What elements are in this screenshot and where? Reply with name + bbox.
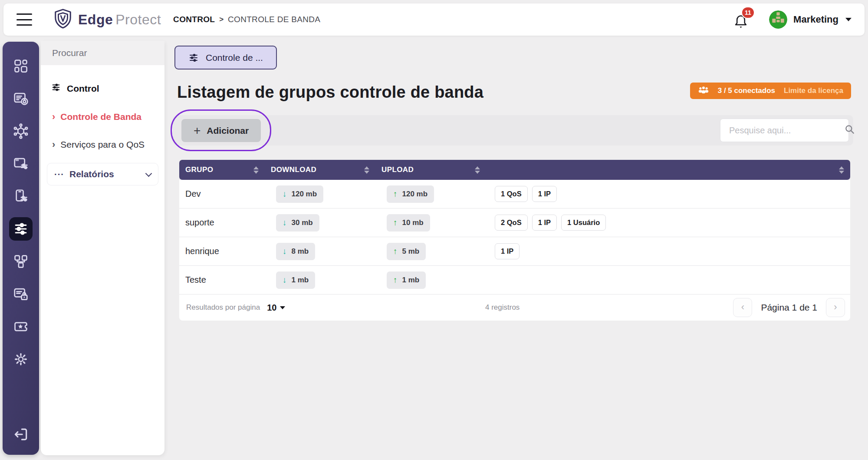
add-button[interactable]: + Adicionar bbox=[181, 119, 261, 142]
per-page-label: Resultados por página bbox=[186, 303, 260, 312]
license-badge[interactable]: 3 / 5 conectados Limite da licença bbox=[690, 83, 851, 99]
group-cell: henrique bbox=[179, 246, 265, 256]
table-footer: Resultados por página 10 4 registros ‹ P… bbox=[179, 295, 850, 321]
table-row[interactable]: Dev ↓ 120 mb ↑ 120 mb 1 QoS1 IP bbox=[179, 180, 850, 208]
sidebar-item-label: Controle de Banda bbox=[60, 112, 141, 122]
rail-window-lock-icon[interactable] bbox=[3, 278, 39, 310]
table-search[interactable] bbox=[720, 119, 849, 142]
brand-name: EdgeProtect bbox=[78, 12, 161, 28]
pagination: ‹ Página 1 de 1 › bbox=[733, 298, 845, 317]
nav-rail bbox=[3, 42, 39, 455]
rail-settings-gear-icon[interactable] bbox=[3, 343, 39, 375]
column-header-extra[interactable] bbox=[486, 166, 850, 174]
sort-icon[interactable] bbox=[364, 166, 369, 174]
sidebar-search-input[interactable] bbox=[52, 48, 153, 58]
sidebar-item-relatorios[interactable]: ··· Relatórios bbox=[47, 163, 158, 185]
ellipsis-icon: ··· bbox=[54, 169, 64, 179]
download-pill-value: 8 mb bbox=[292, 247, 309, 256]
download-pill-value: 1 mb bbox=[292, 276, 309, 285]
sidebar-item-controle-de-banda[interactable]: › Controle de Banda bbox=[51, 112, 154, 122]
brand-logo[interactable]: EdgeProtect bbox=[53, 8, 161, 31]
download-arrow-icon: ↓ bbox=[283, 247, 287, 256]
rail-license-ticket-icon[interactable] bbox=[3, 310, 39, 343]
main-content: Controle de ... Listagem de grupos contr… bbox=[171, 41, 855, 460]
search-icon bbox=[844, 124, 855, 137]
sidebar-search[interactable] bbox=[41, 41, 164, 65]
download-pill-value: 30 mb bbox=[292, 218, 313, 227]
table-search-input[interactable] bbox=[729, 126, 844, 136]
sidebar-item-label: Relatórios bbox=[69, 169, 114, 179]
table-header-row: GRUPO DOWNLOAD UPLOAD bbox=[179, 160, 850, 180]
user-menu-caret-icon[interactable] bbox=[845, 18, 852, 21]
hamburger-menu-icon[interactable] bbox=[16, 13, 32, 26]
sort-icon[interactable] bbox=[839, 166, 844, 174]
count-badge: 1 QoS bbox=[495, 186, 528, 202]
count-badge: 1 IP bbox=[495, 243, 519, 259]
rail-reports-fire-icon[interactable] bbox=[3, 82, 39, 115]
table-body: Dev ↓ 120 mb ↑ 120 mb 1 QoS1 IP suporte … bbox=[179, 180, 850, 295]
rail-topology-icon[interactable] bbox=[3, 245, 39, 278]
download-pill-value: 120 mb bbox=[292, 190, 317, 199]
rail-device-sliders-icon[interactable] bbox=[3, 180, 39, 212]
user-name[interactable]: Marketing bbox=[793, 14, 838, 25]
upload-pill: ↑ 120 mb bbox=[387, 185, 434, 203]
count-badge: 1 Usuário bbox=[561, 215, 606, 231]
column-header-download[interactable]: DOWNLOAD bbox=[265, 165, 375, 174]
sidebar-item-servicos-qos[interactable]: › Serviços para o QoS bbox=[51, 139, 154, 150]
group-cell: Dev bbox=[179, 189, 265, 199]
group-cell: suporte bbox=[179, 218, 265, 228]
sidebar: Control › Controle de Banda › Serviços p… bbox=[41, 41, 164, 455]
column-header-upload[interactable]: UPLOAD bbox=[375, 165, 486, 174]
rail-dashboard-icon[interactable] bbox=[3, 50, 39, 82]
breadcrumb-root[interactable]: CONTROL bbox=[173, 15, 215, 24]
download-pill: ↓ 120 mb bbox=[276, 185, 323, 203]
badges-cell: 2 QoS1 IP1 Usuário bbox=[486, 215, 850, 231]
column-header-grupo[interactable]: GRUPO bbox=[179, 165, 265, 174]
download-arrow-icon: ↓ bbox=[283, 218, 287, 228]
upload-pill-value: 1 mb bbox=[402, 276, 420, 285]
download-pill: ↓ 8 mb bbox=[276, 243, 315, 260]
active-nav-highlight bbox=[9, 217, 33, 241]
rail-window-sliders-icon[interactable] bbox=[3, 147, 39, 180]
caret-down-icon bbox=[280, 306, 285, 309]
upload-pill-value: 10 mb bbox=[402, 218, 424, 227]
download-arrow-icon: ↓ bbox=[283, 189, 287, 199]
avatar[interactable] bbox=[769, 10, 787, 29]
groups-table: GRUPO DOWNLOAD UPLOAD Dev ↓ 120 mb bbox=[179, 160, 850, 321]
license-connected-count: 3 / 5 conectados bbox=[718, 86, 775, 95]
table-row[interactable]: Teste ↓ 1 mb ↑ 1 mb bbox=[179, 266, 850, 295]
rail-bandwidth-sliders-active[interactable] bbox=[3, 212, 39, 245]
column-label: UPLOAD bbox=[381, 165, 414, 174]
chevron-right-icon: › bbox=[52, 140, 55, 149]
upload-arrow-icon: ↑ bbox=[393, 218, 398, 228]
breadcrumb: CONTROL > CONTROLE DE BANDA bbox=[173, 15, 320, 24]
chevron-right-icon: › bbox=[52, 112, 55, 122]
upload-arrow-icon: ↑ bbox=[393, 275, 398, 285]
upload-pill: ↑ 1 mb bbox=[387, 271, 426, 289]
per-page-value: 10 bbox=[267, 303, 276, 313]
count-badge: 2 QoS bbox=[495, 215, 528, 231]
license-limit-label: Limite da licença bbox=[784, 86, 843, 95]
table-toolbar: + Adicionar bbox=[173, 115, 853, 146]
next-page-button[interactable]: › bbox=[826, 298, 845, 317]
column-label: GRUPO bbox=[185, 165, 213, 174]
notifications-button[interactable]: 11 bbox=[733, 10, 751, 29]
sort-icon[interactable] bbox=[253, 166, 259, 174]
per-page-select[interactable]: 10 bbox=[267, 303, 285, 313]
rail-network-hub-icon[interactable] bbox=[3, 115, 39, 147]
sort-icon[interactable] bbox=[475, 166, 480, 174]
sidebar-section-control[interactable]: Control bbox=[51, 83, 154, 94]
add-button-label: Adicionar bbox=[207, 126, 249, 136]
users-icon bbox=[698, 86, 709, 96]
app-header: EdgeProtect CONTROL > CONTROLE DE BANDA … bbox=[3, 3, 865, 36]
table-row[interactable]: suporte ↓ 30 mb ↑ 10 mb 2 QoS1 IP1 Usuár… bbox=[179, 208, 850, 237]
sidebar-section-label: Control bbox=[67, 83, 99, 94]
shield-logo-icon bbox=[53, 8, 73, 31]
rail-logout-icon[interactable] bbox=[3, 418, 39, 450]
records-count: 4 registros bbox=[485, 303, 519, 312]
table-row[interactable]: henrique ↓ 8 mb ↑ 5 mb 1 IP bbox=[179, 237, 850, 266]
tab-label: Controle de ... bbox=[206, 53, 263, 63]
tab-controle-de-banda[interactable]: Controle de ... bbox=[174, 46, 277, 69]
count-badge: 1 IP bbox=[532, 186, 557, 202]
prev-page-button[interactable]: ‹ bbox=[733, 298, 752, 317]
